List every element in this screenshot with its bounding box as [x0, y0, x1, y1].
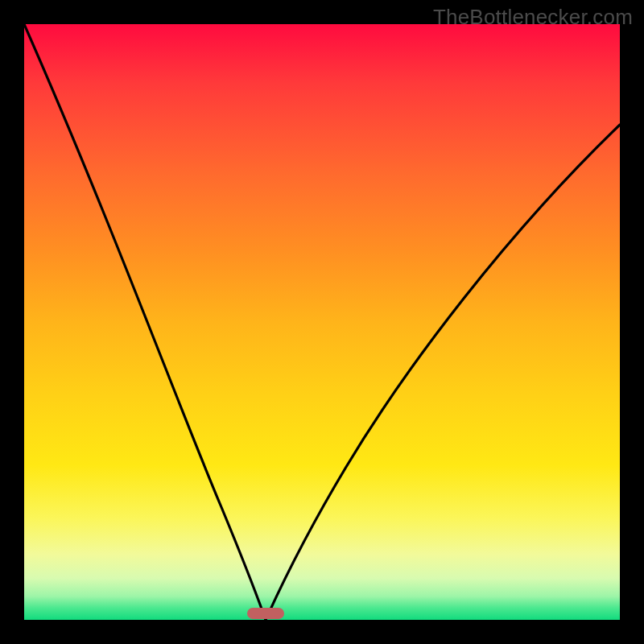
chart-frame: TheBottlenecker.com	[0, 0, 644, 644]
bottleneck-curve	[24, 24, 620, 620]
chart-plot-area	[24, 24, 620, 620]
curve-right-branch	[266, 125, 620, 620]
watermark-text: TheBottlenecker.com	[433, 5, 633, 30]
minimum-marker	[247, 608, 284, 619]
curve-left-branch	[24, 24, 266, 620]
